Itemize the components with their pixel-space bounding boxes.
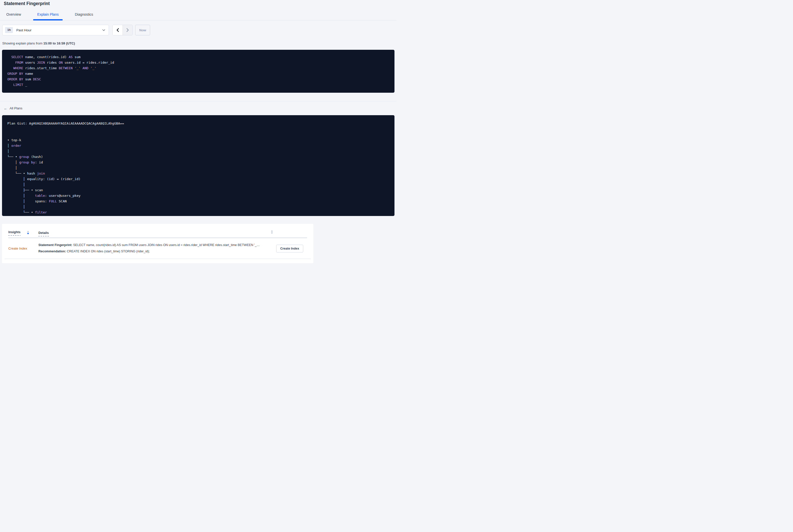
- create-index-button[interactable]: Create Index: [276, 245, 303, 252]
- tab-overview[interactable]: Overview: [2, 10, 25, 20]
- page-title: Statement Fingerprint: [4, 1, 396, 6]
- time-range-label: Past Hour: [16, 28, 31, 32]
- all-plans-label: All Plans: [10, 106, 22, 110]
- sort-asc-icon: [271, 230, 273, 232]
- card-footer: [2, 259, 313, 264]
- time-nav-group: [112, 25, 133, 35]
- sort-details-icon[interactable]: [271, 230, 273, 234]
- time-range-badge: 1h: [5, 27, 13, 33]
- time-controls: 1h Past Hour Now: [2, 25, 396, 35]
- plan-gist-block: Plan Gist: AgHUAQIABQAAAAHYAQIAiAEAAAADC…: [2, 115, 395, 216]
- sort-desc-icon: [271, 232, 273, 234]
- plan-code: Plan Gist: AgHUAQIABQAAAAHYAQIAiAEAAAADC…: [7, 121, 389, 216]
- tab-bar: Overview Explain Plans Diagnostics: [0, 10, 396, 20]
- showing-range-value: 15:00 to 16:59 (UTC): [43, 41, 75, 45]
- sql-code: SELECT name, count(rides.id) AS sum FROM…: [7, 54, 389, 88]
- chevron-left-icon: [116, 28, 119, 32]
- sort-insights-icon[interactable]: [27, 231, 29, 234]
- next-time-button[interactable]: [122, 25, 132, 35]
- column-header-insights[interactable]: Insights: [8, 230, 20, 236]
- insights-card: Insights Details Create Index Statement …: [2, 224, 313, 263]
- column-header-details[interactable]: Details: [38, 231, 49, 236]
- tab-diagnostics[interactable]: Diagnostics: [71, 10, 97, 20]
- insight-type-link[interactable]: Create Index: [8, 247, 27, 250]
- all-plans-link[interactable]: ← All Plans: [4, 106, 22, 110]
- chevron-right-icon: [126, 28, 129, 32]
- insights-table-header: Insights Details: [2, 224, 313, 238]
- tab-explain-plans[interactable]: Explain Plans: [33, 10, 63, 20]
- chevron-down-icon: [102, 29, 105, 31]
- section-divider: [0, 101, 396, 101]
- arrow-left-icon: ←: [4, 106, 7, 110]
- sql-statement-block: SELECT name, count(rides.id) AS sum FROM…: [2, 50, 395, 93]
- time-range-select[interactable]: 1h Past Hour: [2, 25, 109, 35]
- details-cell: Statement Fingerprint: SELECT name, coun…: [38, 242, 275, 254]
- details-recommendation-line: Recommendation: CREATE INDEX ON rides (s…: [38, 248, 275, 254]
- sort-asc-icon: [27, 231, 29, 232]
- sort-desc-icon: [27, 233, 29, 234]
- details-statement-line: Statement Fingerprint: SELECT name, coun…: [38, 242, 275, 248]
- now-button[interactable]: Now: [135, 25, 150, 35]
- previous-time-button[interactable]: [113, 25, 122, 35]
- showing-range-text: Showing explain plans from 15:00 to 16:5…: [2, 41, 396, 45]
- table-row: Create Index Statement Fingerprint: SELE…: [2, 238, 313, 259]
